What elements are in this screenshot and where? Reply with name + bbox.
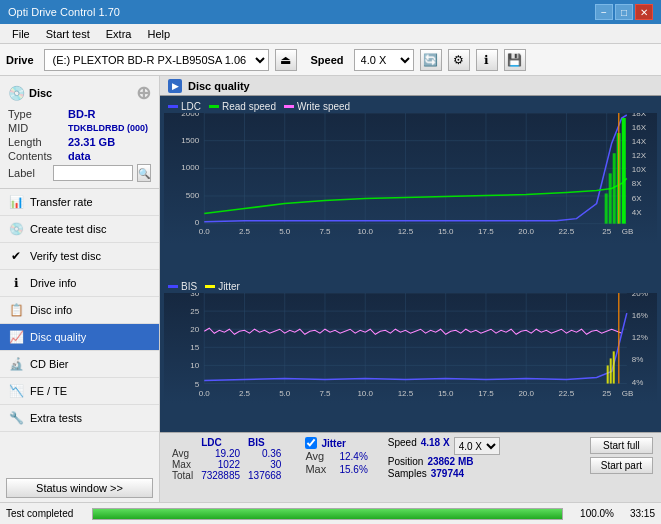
nav-label-fe-te: FE / TE bbox=[30, 385, 67, 397]
stats-max-ldc: 1022 bbox=[197, 459, 244, 470]
stats-total-label: Total bbox=[168, 470, 197, 481]
disc-mid-row: MID TDKBLDRBD (000) bbox=[8, 122, 151, 134]
svg-text:1500: 1500 bbox=[181, 136, 199, 145]
jitter-avg-val: 12.4% bbox=[339, 451, 367, 462]
jitter-header-row: Jitter bbox=[305, 437, 367, 449]
svg-rect-18 bbox=[613, 153, 616, 223]
svg-text:0: 0 bbox=[195, 218, 200, 227]
menu-file[interactable]: File bbox=[4, 27, 38, 41]
disc-icon: 💿 bbox=[8, 85, 25, 101]
titlebar: Opti Drive Control 1.70 − □ ✕ bbox=[0, 0, 661, 24]
stats-table: LDC BIS Avg 19.20 0.36 Max 1022 30 Total… bbox=[168, 437, 285, 481]
svg-text:7.5: 7.5 bbox=[319, 227, 331, 236]
samples-row: Samples 379744 bbox=[388, 468, 500, 479]
stats-bar: LDC BIS Avg 19.20 0.36 Max 1022 30 Total… bbox=[160, 432, 661, 502]
nav-item-cd-bier[interactable]: 🔬 CD Bier bbox=[0, 351, 159, 378]
jitter-max-row: Max 15.6% bbox=[305, 463, 367, 475]
svg-rect-17 bbox=[609, 173, 612, 223]
disc-type-value: BD-R bbox=[68, 108, 96, 120]
nav-item-fe-te[interactable]: 📉 FE / TE bbox=[0, 378, 159, 405]
chart-top-legend: LDC Read speed Write speed bbox=[164, 100, 657, 113]
nav-item-disc-quality[interactable]: 📈 Disc quality bbox=[0, 324, 159, 351]
nav-items: 📊 Transfer rate 💿 Create test disc ✔ Ver… bbox=[0, 189, 159, 474]
maximize-button[interactable]: □ bbox=[615, 4, 633, 20]
svg-text:GB: GB bbox=[622, 227, 634, 236]
speed-row: Speed 4.18 X 4.0 X bbox=[388, 437, 500, 455]
svg-text:17.5: 17.5 bbox=[478, 388, 494, 397]
svg-text:10: 10 bbox=[190, 361, 199, 370]
disc-quality-icon: 📈 bbox=[8, 329, 24, 345]
nav-label-drive-info: Drive info bbox=[30, 277, 76, 289]
disc-label: Disc bbox=[29, 87, 52, 99]
jitter-label: Jitter bbox=[321, 438, 345, 449]
nav-item-disc-info[interactable]: 📋 Disc info bbox=[0, 297, 159, 324]
refresh-button[interactable]: 🔄 bbox=[420, 49, 442, 71]
menu-extra[interactable]: Extra bbox=[98, 27, 140, 41]
svg-text:22.5: 22.5 bbox=[559, 227, 575, 236]
fe-te-icon: 📉 bbox=[8, 383, 24, 399]
disc-expand-icon: ⊕ bbox=[136, 82, 151, 104]
menu-help[interactable]: Help bbox=[139, 27, 178, 41]
action-buttons: Start full Start part bbox=[590, 437, 653, 474]
disc-contents-value: data bbox=[68, 150, 91, 162]
speed-stat-select[interactable]: 4.0 X bbox=[454, 437, 500, 455]
minimize-button[interactable]: − bbox=[595, 4, 613, 20]
disc-length-label: Length bbox=[8, 136, 68, 148]
legend-write-speed: Write speed bbox=[284, 101, 350, 112]
svg-text:10X: 10X bbox=[632, 165, 647, 174]
progress-track bbox=[92, 508, 563, 520]
position-row: Position 23862 MB bbox=[388, 456, 500, 467]
svg-text:25: 25 bbox=[602, 227, 611, 236]
nav-item-create-test-disc[interactable]: 💿 Create test disc bbox=[0, 216, 159, 243]
disc-label-input[interactable] bbox=[53, 165, 133, 181]
disc-label-row: Label 🔍 bbox=[8, 164, 151, 182]
drive-info-icon: ℹ bbox=[8, 275, 24, 291]
progress-time: 33:15 bbox=[620, 508, 655, 519]
info-button[interactable]: ℹ bbox=[476, 49, 498, 71]
svg-rect-65 bbox=[610, 358, 612, 383]
status-window-button[interactable]: Status window >> bbox=[6, 478, 153, 498]
start-part-button[interactable]: Start part bbox=[590, 457, 653, 474]
settings-button[interactable]: ⚙ bbox=[448, 49, 470, 71]
nav-item-extra-tests[interactable]: 🔧 Extra tests bbox=[0, 405, 159, 432]
svg-text:10.0: 10.0 bbox=[357, 227, 373, 236]
close-button[interactable]: ✕ bbox=[635, 4, 653, 20]
svg-text:0.0: 0.0 bbox=[199, 227, 211, 236]
position-value: 23862 MB bbox=[427, 456, 473, 467]
nav-item-transfer-rate[interactable]: 📊 Transfer rate bbox=[0, 189, 159, 216]
nav-label-transfer-rate: Transfer rate bbox=[30, 196, 93, 208]
start-full-button[interactable]: Start full bbox=[590, 437, 653, 454]
svg-text:2.5: 2.5 bbox=[239, 388, 251, 397]
svg-text:8X: 8X bbox=[632, 179, 642, 188]
nav-label-disc-quality: Disc quality bbox=[30, 331, 86, 343]
svg-rect-66 bbox=[613, 351, 615, 383]
jitter-checkbox[interactable] bbox=[305, 437, 317, 449]
svg-text:20%: 20% bbox=[632, 293, 648, 298]
nav-item-drive-info[interactable]: ℹ Drive info bbox=[0, 270, 159, 297]
svg-text:10.0: 10.0 bbox=[357, 388, 373, 397]
chart-bottom-svg: 30 25 20 15 10 5 20% 16% 12% 8% 4% 0.0 2… bbox=[164, 293, 657, 404]
read-dot bbox=[209, 105, 219, 108]
jitter-legend-label: Jitter bbox=[218, 281, 240, 292]
svg-text:18X: 18X bbox=[632, 113, 647, 118]
svg-text:20.0: 20.0 bbox=[518, 388, 534, 397]
drive-select[interactable]: (E:) PLEXTOR BD-R PX-LB950SA 1.06 bbox=[44, 49, 269, 71]
drive-label: Drive bbox=[6, 54, 34, 66]
eject-button[interactable]: ⏏ bbox=[275, 49, 297, 71]
progressbar-area: Test completed 100.0% 33:15 bbox=[0, 502, 661, 524]
svg-text:15: 15 bbox=[190, 343, 199, 352]
disc-label-btn[interactable]: 🔍 bbox=[137, 164, 151, 182]
jitter-max-val: 15.6% bbox=[339, 464, 367, 475]
toolbar: Drive (E:) PLEXTOR BD-R PX-LB950SA 1.06 … bbox=[0, 44, 661, 76]
svg-text:2000: 2000 bbox=[181, 113, 199, 118]
stats-max-label: Max bbox=[168, 459, 197, 470]
svg-text:20.0: 20.0 bbox=[518, 227, 534, 236]
main-layout: 💿 Disc ⊕ Type BD-R MID TDKBLDRBD (000) L… bbox=[0, 76, 661, 502]
speed-select[interactable]: 4.0 X bbox=[354, 49, 414, 71]
save-button[interactable]: 💾 bbox=[504, 49, 526, 71]
ldc-dot bbox=[168, 105, 178, 108]
speed-label: Speed bbox=[311, 54, 344, 66]
progress-pct: 100.0% bbox=[569, 508, 614, 519]
menu-starttest[interactable]: Start test bbox=[38, 27, 98, 41]
nav-item-verify-test-disc[interactable]: ✔ Verify test disc bbox=[0, 243, 159, 270]
